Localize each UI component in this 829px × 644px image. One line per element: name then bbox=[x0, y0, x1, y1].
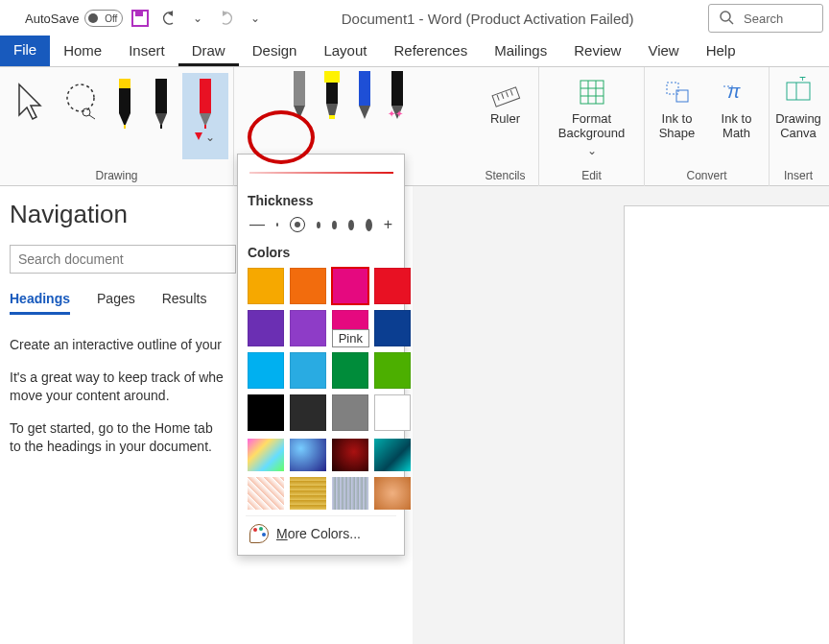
tab-references[interactable]: References bbox=[380, 36, 481, 66]
svg-rect-48 bbox=[787, 83, 810, 100]
tab-layout[interactable]: Layout bbox=[310, 36, 380, 66]
undo-button[interactable] bbox=[157, 7, 180, 30]
color-swatch-15[interactable] bbox=[374, 394, 411, 431]
pen-red-selected[interactable]: ⌄ bbox=[182, 73, 228, 159]
svg-rect-34 bbox=[492, 87, 520, 107]
color-swatch-11[interactable] bbox=[374, 352, 411, 389]
lasso-tool[interactable] bbox=[58, 73, 104, 159]
format-background-button[interactable]: Format Background ⌄ bbox=[547, 73, 637, 157]
svg-line-36 bbox=[501, 93, 503, 99]
svg-rect-20 bbox=[294, 71, 305, 81]
tab-insert[interactable]: Insert bbox=[115, 36, 178, 66]
redo-button[interactable] bbox=[215, 7, 238, 30]
undo-dropdown[interactable]: ⌄ bbox=[186, 7, 209, 30]
svg-marker-22 bbox=[294, 106, 305, 119]
thickness-decrease[interactable]: — bbox=[249, 216, 265, 233]
tab-help[interactable]: Help bbox=[693, 36, 749, 66]
texture-swatch-2[interactable] bbox=[332, 439, 368, 471]
ink-to-shape-button[interactable]: Ink to Shape bbox=[651, 73, 704, 140]
color-swatch-14[interactable] bbox=[332, 394, 368, 431]
color-swatch-5[interactable] bbox=[290, 310, 326, 346]
svg-rect-23 bbox=[324, 71, 340, 83]
pen-dropdown-chevron[interactable]: ⌄ bbox=[205, 131, 215, 144]
color-swatch-12[interactable] bbox=[248, 394, 284, 431]
ruler-button[interactable]: Ruler bbox=[474, 73, 537, 126]
more-colors-button[interactable]: More Colors... bbox=[246, 515, 396, 549]
tab-file[interactable]: File bbox=[0, 36, 50, 66]
select-tool[interactable] bbox=[6, 73, 52, 159]
color-swatch-4[interactable] bbox=[248, 310, 284, 346]
color-swatch-1[interactable] bbox=[290, 268, 326, 304]
color-swatch-10[interactable] bbox=[332, 352, 368, 389]
svg-point-5 bbox=[83, 108, 90, 116]
pen-grey[interactable] bbox=[288, 71, 311, 126]
pen-sparkle[interactable]: ✦✦ bbox=[386, 71, 409, 126]
svg-point-2 bbox=[721, 12, 730, 21]
texture-swatch-6[interactable] bbox=[332, 477, 368, 510]
ink-to-math-button[interactable]: π Ink to Math bbox=[710, 73, 764, 140]
nav-tab-headings[interactable]: Headings bbox=[10, 291, 70, 315]
save-icon[interactable] bbox=[129, 7, 152, 30]
format-background-chevron[interactable]: ⌄ bbox=[587, 144, 597, 157]
color-swatch-0[interactable] bbox=[248, 268, 284, 304]
tab-review[interactable]: Review bbox=[560, 36, 634, 66]
texture-swatch-3[interactable] bbox=[374, 439, 411, 471]
group-drawing-label: Drawing bbox=[95, 167, 137, 186]
nav-tab-results[interactable]: Results bbox=[162, 291, 207, 315]
tab-mailings[interactable]: Mailings bbox=[481, 36, 560, 66]
tab-home[interactable]: Home bbox=[50, 36, 115, 66]
drawing-canvas-button[interactable]: + Drawing Canva bbox=[771, 73, 825, 140]
thickness-dot-4[interactable] bbox=[332, 221, 337, 229]
tab-design[interactable]: Design bbox=[239, 36, 311, 66]
pen-preview bbox=[246, 164, 396, 181]
svg-rect-12 bbox=[155, 88, 167, 113]
svg-rect-28 bbox=[359, 81, 370, 106]
thickness-dot-2-selected[interactable] bbox=[290, 217, 305, 232]
color-swatch-9[interactable] bbox=[290, 352, 326, 389]
qat-customize[interactable]: ⌄ bbox=[244, 7, 267, 30]
thickness-dot-1[interactable] bbox=[276, 223, 278, 227]
color-swatch-2[interactable] bbox=[332, 268, 368, 304]
thickness-increase[interactable]: + bbox=[384, 216, 392, 233]
group-insert-label: Insert bbox=[784, 167, 813, 186]
pen-yellow-thin[interactable] bbox=[109, 73, 140, 159]
ink-to-shape-label: Ink to Shape bbox=[651, 111, 704, 140]
svg-rect-21 bbox=[294, 81, 305, 106]
texture-swatch-5[interactable] bbox=[290, 477, 326, 510]
svg-rect-27 bbox=[359, 71, 370, 81]
tab-draw[interactable]: Draw bbox=[178, 36, 239, 66]
svg-text:+: + bbox=[799, 77, 806, 84]
group-edit-label: Edit bbox=[581, 167, 602, 186]
color-swatch-8[interactable] bbox=[248, 352, 284, 389]
svg-marker-19 bbox=[195, 132, 202, 140]
color-swatch-7[interactable] bbox=[374, 310, 411, 346]
color-swatch-3[interactable] bbox=[374, 268, 411, 304]
format-background-icon bbox=[577, 77, 607, 107]
drawing-canvas-icon: + bbox=[783, 77, 814, 107]
color-swatch-13[interactable] bbox=[290, 394, 326, 431]
autosave-toggle[interactable]: Off bbox=[84, 10, 123, 27]
nav-tab-pages[interactable]: Pages bbox=[97, 291, 135, 315]
tab-view[interactable]: View bbox=[634, 36, 692, 66]
group-stencils-label: Stencils bbox=[485, 167, 525, 186]
color-swatch-6[interactable]: Pink bbox=[332, 310, 368, 346]
pen-blue[interactable] bbox=[353, 71, 376, 126]
document-area[interactable] bbox=[413, 186, 829, 644]
pen-black[interactable] bbox=[146, 73, 177, 159]
nav-search-input[interactable]: Search document bbox=[10, 245, 236, 274]
svg-rect-8 bbox=[119, 88, 130, 113]
search-box[interactable]: Search bbox=[708, 4, 823, 33]
texture-swatch-4[interactable] bbox=[248, 477, 284, 510]
texture-swatch-7[interactable] bbox=[374, 477, 411, 510]
thickness-dot-6[interactable] bbox=[366, 219, 372, 231]
texture-swatch-0[interactable] bbox=[248, 439, 284, 471]
svg-text:π: π bbox=[727, 81, 741, 102]
thickness-dot-3[interactable] bbox=[317, 222, 320, 228]
svg-rect-31 bbox=[391, 81, 403, 106]
texture-swatch-1[interactable] bbox=[290, 439, 326, 471]
page[interactable] bbox=[624, 205, 829, 644]
ink-to-math-icon: π bbox=[722, 77, 752, 107]
highlighter-yellow[interactable] bbox=[320, 71, 343, 126]
thickness-dot-5[interactable] bbox=[348, 220, 354, 230]
svg-rect-14 bbox=[160, 125, 162, 129]
